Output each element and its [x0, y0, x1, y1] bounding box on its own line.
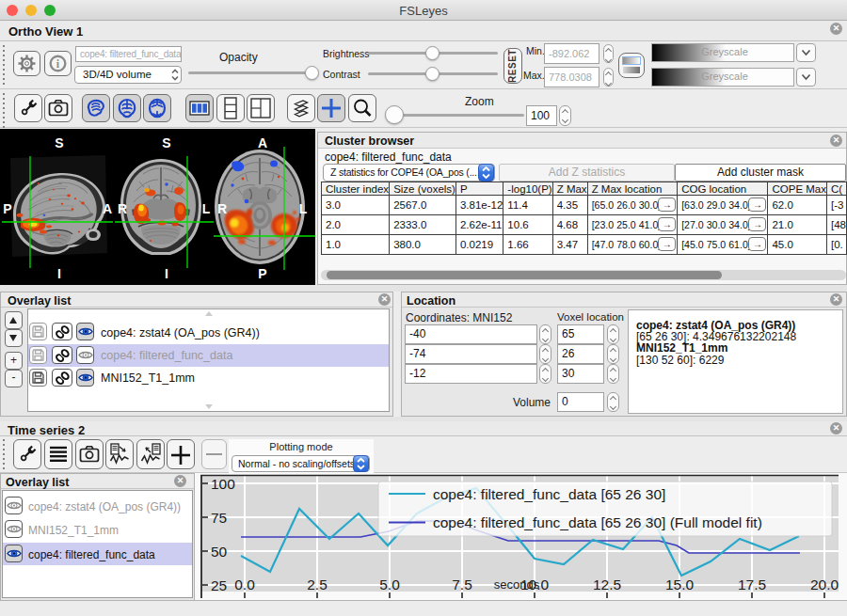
svg-text:0.0: 0.0: [234, 577, 255, 592]
svg-text:cope4: filtered_func_data [65: cope4: filtered_func_data [65 26 30] (Fu…: [433, 514, 762, 530]
svg-text:75: 75: [211, 510, 227, 526]
svg-text:12.5: 12.5: [593, 577, 621, 592]
svg-text:P: P: [3, 201, 11, 216]
svg-text:50: 50: [211, 544, 228, 560]
svg-text:A: A: [258, 135, 267, 150]
svg-text:seconds: seconds: [494, 577, 540, 592]
svg-text:100: 100: [211, 476, 235, 492]
svg-text:S: S: [162, 135, 170, 150]
svg-text:25: 25: [211, 577, 227, 593]
svg-text:i: i: [56, 57, 60, 71]
svg-text:5.0: 5.0: [379, 577, 400, 592]
svg-text:I: I: [57, 266, 61, 281]
svg-text:A: A: [103, 201, 112, 216]
svg-text:7.5: 7.5: [452, 577, 472, 592]
svg-text:17.5: 17.5: [738, 577, 766, 592]
svg-text:cope4: filtered_func_data [65: cope4: filtered_func_data [65 26 30]: [433, 486, 665, 502]
svg-text:L: L: [299, 201, 308, 216]
svg-text:15.0: 15.0: [665, 577, 695, 592]
svg-text:P: P: [258, 266, 266, 281]
svg-text:L: L: [202, 201, 211, 216]
svg-text:20.0: 20.0: [810, 577, 839, 592]
svg-text:R: R: [217, 201, 227, 216]
svg-text:2.5: 2.5: [307, 577, 328, 592]
svg-text:S: S: [55, 135, 63, 150]
svg-text:I: I: [165, 266, 168, 281]
svg-text:R: R: [118, 201, 127, 216]
